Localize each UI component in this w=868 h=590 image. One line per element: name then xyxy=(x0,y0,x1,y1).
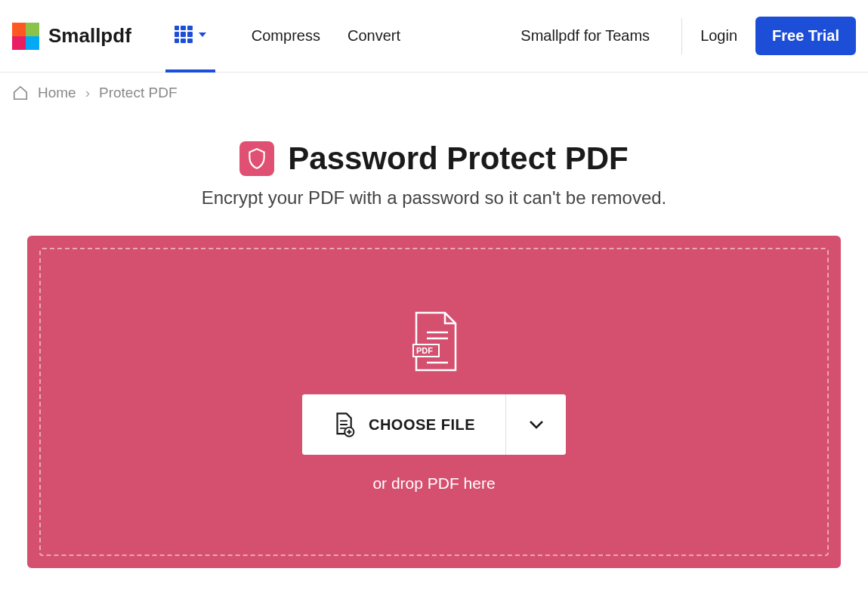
tools-menu[interactable] xyxy=(165,0,215,73)
breadcrumb: Home › Protect PDF xyxy=(0,73,868,113)
header: Smallpdf Compress Convert Smallpdf for T… xyxy=(0,0,868,73)
page-subtitle: Encrypt your PDF with a password so it c… xyxy=(12,187,856,209)
drop-hint: or drop PDF here xyxy=(372,474,495,493)
upload-dropzone[interactable]: PDF CHOOSE FILE xyxy=(39,248,829,556)
nav-teams[interactable]: Smallpdf for Teams xyxy=(507,27,663,45)
grid-icon xyxy=(175,26,193,44)
login-link[interactable]: Login xyxy=(700,27,737,45)
logo[interactable]: Smallpdf xyxy=(12,23,131,50)
pdf-file-icon: PDF xyxy=(409,311,460,375)
hero: Password Protect PDF Encrypt your PDF wi… xyxy=(0,141,868,209)
upload-area[interactable]: PDF CHOOSE FILE xyxy=(27,236,841,568)
shield-badge xyxy=(239,141,274,176)
choose-file-dropdown[interactable] xyxy=(505,394,566,455)
choose-file-button[interactable]: CHOOSE FILE xyxy=(302,394,505,455)
divider xyxy=(681,18,682,54)
free-trial-button[interactable]: Free Trial xyxy=(755,17,856,55)
breadcrumb-separator: › xyxy=(85,85,90,101)
choose-file-group: CHOOSE FILE xyxy=(302,394,566,455)
choose-file-label: CHOOSE FILE xyxy=(369,416,475,434)
nav-compress[interactable]: Compress xyxy=(238,27,334,45)
file-add-icon xyxy=(332,412,355,437)
logo-text: Smallpdf xyxy=(48,24,131,48)
shield-icon xyxy=(247,147,267,170)
header-right: Smallpdf for Teams Login Free Trial xyxy=(507,17,856,55)
hero-title-row: Password Protect PDF xyxy=(12,141,856,177)
svg-text:PDF: PDF xyxy=(416,346,433,355)
breadcrumb-current: Protect PDF xyxy=(99,85,177,101)
chevron-down-icon xyxy=(529,420,544,429)
page-title: Password Protect PDF xyxy=(288,141,628,177)
nav-convert[interactable]: Convert xyxy=(334,27,414,45)
chevron-down-icon xyxy=(199,32,206,37)
logo-icon xyxy=(12,23,39,50)
home-icon xyxy=(12,85,29,101)
breadcrumb-home[interactable]: Home xyxy=(38,85,76,101)
